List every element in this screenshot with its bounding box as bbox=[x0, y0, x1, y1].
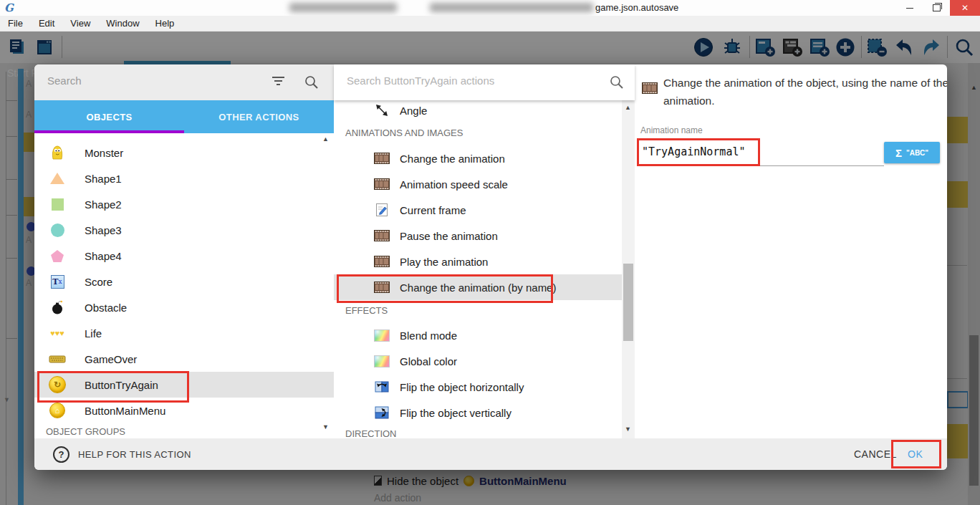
action-row-animation-speed[interactable]: Animation speed scale bbox=[334, 171, 622, 197]
action-description: Change the animation of the object, usin… bbox=[663, 74, 947, 110]
action-row-change-animation-by-name[interactable]: Change the animation (by name) bbox=[334, 274, 622, 300]
object-row-buttontryagain[interactable]: ↻ ButtonTryAgain bbox=[34, 372, 334, 398]
object-row-score[interactable]: Tx Score bbox=[34, 269, 334, 294]
object-search-bar bbox=[34, 64, 334, 100]
object-label: GameOver bbox=[85, 353, 137, 365]
redacted-title-segment bbox=[430, 3, 593, 12]
action-search-bar bbox=[334, 64, 635, 100]
circle-icon bbox=[48, 223, 67, 237]
action-label: Change the animation bbox=[400, 153, 505, 165]
action-row-global-color[interactable]: Global color bbox=[334, 348, 622, 374]
flip-vertical-icon bbox=[373, 406, 391, 419]
object-search-input[interactable] bbox=[46, 74, 256, 87]
help-icon[interactable]: ? bbox=[53, 446, 69, 463]
rainbow-icon bbox=[373, 330, 391, 342]
action-row-flip-horizontally[interactable]: Flip the object horizontally bbox=[334, 374, 622, 400]
object-row-buttonmainmenu[interactable]: ⌂ ButtonMainMenu bbox=[34, 398, 334, 423]
bomb-icon bbox=[48, 300, 67, 314]
section-header-animations: ANIMATIONS AND IMAGES bbox=[345, 128, 463, 138]
close-button[interactable]: ✕ bbox=[950, 0, 980, 16]
film-strip-icon bbox=[373, 282, 391, 293]
action-row-flip-vertically[interactable]: Flip the object vertically bbox=[334, 400, 622, 425]
menu-view[interactable]: View bbox=[62, 18, 98, 29]
film-strip-icon bbox=[373, 230, 391, 241]
menu-window[interactable]: Window bbox=[98, 18, 147, 29]
active-tab-underline bbox=[34, 130, 184, 133]
angle-icon bbox=[373, 103, 391, 117]
action-label: Pause the animation bbox=[400, 230, 498, 242]
tab-objects[interactable]: OBJECTS bbox=[34, 100, 184, 133]
monster-icon bbox=[48, 145, 67, 160]
action-label: Blend mode bbox=[400, 330, 457, 342]
object-row-shape2[interactable]: Shape2 bbox=[34, 191, 334, 217]
hearts-icon: ♥♥♥ bbox=[48, 329, 67, 337]
object-label: Monster bbox=[85, 147, 123, 159]
object-row-shape4[interactable]: Shape4 bbox=[34, 243, 334, 269]
object-groups-header: OBJECT GROUPS bbox=[46, 426, 125, 437]
object-row-life[interactable]: ♥♥♥ Life bbox=[34, 320, 334, 346]
action-row-current-frame[interactable]: Current frame bbox=[334, 197, 622, 223]
action-label: Flip the object vertically bbox=[400, 407, 511, 419]
object-row-gameover[interactable]: GameOver bbox=[34, 346, 334, 372]
filter-icon[interactable] bbox=[272, 77, 284, 85]
minimize-button[interactable] bbox=[898, 0, 922, 16]
gdevelop-logo-icon: G bbox=[4, 1, 14, 14]
text-object-icon: Tx bbox=[48, 275, 67, 289]
help-link[interactable]: HELP FOR THIS ACTION bbox=[78, 449, 191, 460]
menu-help[interactable]: Help bbox=[148, 18, 183, 29]
action-label: Change the animation (by name) bbox=[400, 282, 556, 294]
film-strip-icon bbox=[642, 82, 658, 97]
object-label: Life bbox=[85, 327, 102, 340]
square-icon bbox=[48, 198, 67, 211]
animation-name-input[interactable] bbox=[640, 138, 884, 166]
scroll-up-icon[interactable]: ▲ bbox=[625, 105, 631, 111]
restore-button[interactable] bbox=[924, 0, 948, 16]
action-row-angle[interactable]: Angle bbox=[334, 99, 622, 122]
action-list-scrollbar[interactable]: ▲ ▼ bbox=[622, 100, 635, 438]
rainbow-icon bbox=[373, 355, 391, 367]
action-label: Current frame bbox=[400, 204, 466, 216]
action-row-change-animation[interactable]: Change the animation bbox=[334, 145, 622, 171]
object-label: Shape2 bbox=[85, 198, 122, 211]
object-row-obstacle[interactable]: Obstacle bbox=[34, 294, 334, 320]
scroll-down-icon[interactable]: ▼ bbox=[322, 424, 329, 431]
search-icon[interactable] bbox=[609, 74, 624, 92]
cancel-button[interactable]: CANCEL bbox=[854, 448, 897, 460]
action-row-pause-animation[interactable]: Pause the animation bbox=[334, 223, 622, 249]
left-tabs: OBJECTS OTHER ACTIONS bbox=[34, 100, 334, 133]
object-label: Shape4 bbox=[85, 250, 122, 262]
object-label: Shape3 bbox=[85, 224, 122, 236]
dialog-footer: ? HELP FOR THIS ACTION CANCEL OK bbox=[34, 438, 947, 470]
section-header-effects: EFFECTS bbox=[345, 305, 388, 316]
search-icon[interactable] bbox=[304, 74, 319, 92]
try-again-button-icon: ↻ bbox=[48, 376, 67, 393]
object-row-shape3[interactable]: Shape3 bbox=[34, 217, 334, 243]
app-window: { "titlebar": {"title": "game.json.autos… bbox=[0, 0, 980, 505]
object-label: ButtonTryAgain bbox=[85, 379, 158, 391]
action-label: Flip the object horizontally bbox=[400, 381, 524, 393]
instruction-editor-dialog: OBJECTS OTHER ACTIONS Monster Shape1 Sha… bbox=[34, 64, 947, 470]
gameover-sprite-icon bbox=[48, 355, 67, 363]
animation-name-label: Animation name bbox=[640, 125, 703, 135]
flip-horizontal-icon bbox=[373, 380, 391, 393]
action-search-input[interactable] bbox=[345, 74, 585, 87]
scrollbar-thumb[interactable] bbox=[623, 264, 633, 341]
film-strip-icon bbox=[373, 153, 391, 164]
object-row-monster[interactable]: Monster bbox=[34, 140, 334, 165]
object-row-shape1[interactable]: Shape1 bbox=[34, 165, 334, 191]
ok-button[interactable]: OK bbox=[908, 448, 923, 460]
pentagon-icon bbox=[48, 249, 67, 263]
sigma-icon: Σ bbox=[895, 147, 902, 159]
object-label: Score bbox=[85, 276, 112, 288]
action-row-play-animation[interactable]: Play the animation bbox=[334, 249, 622, 274]
object-label: Obstacle bbox=[85, 302, 127, 314]
menu-file[interactable]: File bbox=[0, 18, 31, 29]
menu-edit[interactable]: Edit bbox=[31, 18, 62, 29]
main-menu-button-icon: ⌂ bbox=[48, 403, 67, 418]
film-strip-icon bbox=[373, 178, 391, 190]
scroll-down-icon[interactable]: ▼ bbox=[625, 426, 631, 433]
scroll-up-icon[interactable]: ▲ bbox=[322, 136, 329, 143]
tab-other-actions[interactable]: OTHER ACTIONS bbox=[184, 100, 334, 133]
action-row-blend-mode[interactable]: Blend mode bbox=[334, 322, 622, 348]
expression-builder-button[interactable]: Σ "ABC" bbox=[884, 142, 940, 163]
